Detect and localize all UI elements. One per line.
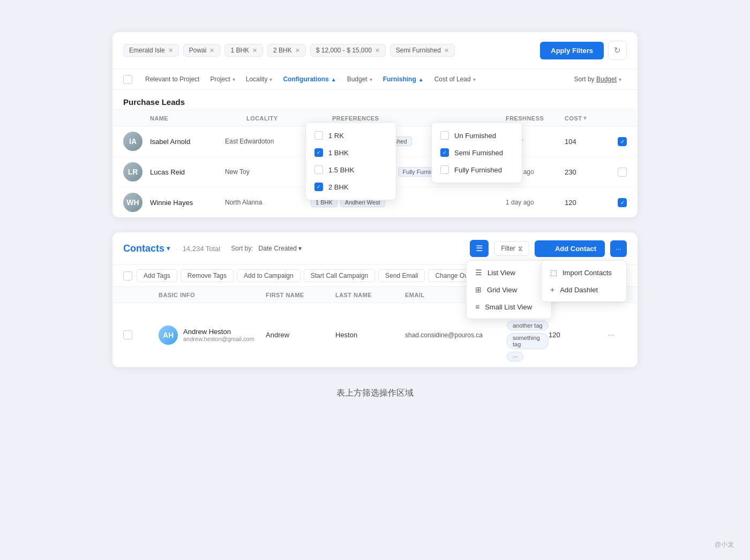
filter-button[interactable]: Filter ⧖ — [494, 241, 529, 256]
config-dropdown-items: 1 RK✓1 BHK1.5 BHK✓2 BHK — [306, 127, 396, 195]
import-menu-label: Import Contacts — [562, 269, 612, 277]
contact-avatar-placeholder: AH — [159, 326, 178, 345]
furnishing-checkbox[interactable]: ✓ — [440, 148, 449, 157]
config-label: 2 BHK — [328, 183, 349, 191]
furnishing-dropdown-item[interactable]: Fully Furnished — [432, 161, 522, 178]
config-dropdown-item[interactable]: 1 RK — [306, 127, 396, 144]
filter-tag-close-budget-icon[interactable]: ✕ — [375, 48, 380, 54]
contact-select-checkbox[interactable] — [123, 330, 132, 339]
add-person-icon: 👤 — [543, 245, 552, 253]
filter-tag-budget: $ 12,000 - $ 15,000✕ — [310, 44, 386, 57]
project-col[interactable]: Project ▾ — [205, 73, 240, 85]
filter-tag-close-emerald-isle-icon[interactable]: ✕ — [168, 48, 173, 54]
select-all-checkbox[interactable] — [123, 75, 132, 84]
row-checkbox[interactable]: ✓ — [618, 137, 627, 146]
th-name: NAME — [150, 115, 246, 122]
filter-tag-label: Powai — [189, 47, 207, 54]
filter-tag-1bhk: 1 BHK✕ — [224, 44, 263, 57]
more-options-button[interactable]: ··· — [610, 240, 627, 257]
filter-tags-container: Emerald Isle✕Powai✕1 BHK✕2 BHK✕$ 12,000 … — [123, 44, 455, 57]
relevant-to-project-col[interactable]: Relevant to Project — [140, 73, 205, 85]
contacts-card: Contacts ▾ · 14,234 Total Sort by: Date … — [112, 232, 638, 367]
import-menu-items: ⬚Import Contacts+Add Dashlet — [542, 264, 626, 298]
view-menu-item[interactable]: ⊞Grid View — [467, 281, 551, 298]
import-menu-label: Add Dashlet — [560, 286, 598, 294]
row-checkbox-cell: ✓ — [608, 198, 627, 207]
contact-first-name: Andrew — [266, 331, 335, 339]
contact-locality: East Edwardoton — [225, 138, 311, 145]
avatar: WH — [123, 193, 145, 212]
avatar-placeholder: WH — [123, 193, 142, 212]
contact-more-button[interactable]: ··· — [608, 330, 627, 340]
refresh-button[interactable]: ↻ — [608, 41, 627, 60]
contact-cost: 120 — [565, 199, 608, 207]
view-menu-items: ☰List View⊞Grid View≡Small List View — [467, 264, 551, 315]
row-checkbox[interactable]: ✓ — [618, 198, 627, 207]
bulk-action-button[interactable]: Remove Tags — [181, 269, 234, 282]
bulk-action-button[interactable]: Add to Campaign — [237, 269, 301, 282]
furnishing-checkbox[interactable] — [440, 131, 449, 140]
select-all-contacts-checkbox[interactable] — [123, 271, 132, 281]
cost-of-lead-col[interactable]: Cost of Lead ▾ — [429, 73, 481, 85]
avatar-placeholder: IA — [123, 132, 142, 151]
contact-locality: North Alanna — [225, 199, 311, 206]
view-menu-item[interactable]: ☰List View — [467, 264, 551, 281]
filter-tag-2bhk: 2 BHK✕ — [267, 44, 306, 57]
filter-tag-close-semi-furnished-icon[interactable]: ✕ — [444, 48, 449, 54]
row-checkbox-cell — [608, 168, 627, 177]
config-label: 1.5 BHK — [328, 166, 354, 174]
filter-tag-close-1bhk-icon[interactable]: ✕ — [252, 48, 257, 54]
budget-chevron-icon: ▾ — [370, 77, 372, 82]
filter-tag-label: $ 12,000 - $ 15,000 — [316, 47, 372, 54]
config-dropdown-item[interactable]: 1.5 BHK — [306, 161, 396, 178]
contacts-title-chevron-icon: ▾ — [167, 245, 170, 252]
configurations-col[interactable]: Configurations ▲ — [278, 73, 341, 85]
configurations-dropdown: 1 RK✓1 BHK1.5 BHK✓2 BHK — [305, 122, 396, 200]
view-menu-label: Small List View — [485, 303, 532, 311]
cth-last-name: LAST NAME — [335, 292, 405, 298]
contact-select-checkbox-cell — [123, 330, 142, 339]
furnishing-col[interactable]: Furnishing ▲ — [378, 73, 429, 85]
import-menu-item[interactable]: +Add Dashlet — [542, 281, 626, 298]
filter-bar: Emerald Isle✕Powai✕1 BHK✕2 BHK✕$ 12,000 … — [112, 32, 638, 69]
sort-value[interactable]: Date Created ▾ — [259, 245, 302, 252]
sort-by-chevron-icon: ▾ — [619, 77, 621, 82]
config-checkbox[interactable]: ✓ — [314, 183, 323, 191]
sort-chevron-icon: ▾ — [298, 245, 302, 252]
furnishing-dropdown-item[interactable]: Un Furnished — [432, 127, 522, 144]
bulk-action-button[interactable]: Start Call Campaign — [304, 269, 375, 282]
row-checkbox[interactable] — [618, 168, 627, 177]
row-checkbox-cell: ✓ — [608, 137, 627, 146]
apply-filters-button[interactable]: Apply Filters — [540, 42, 604, 59]
furnishing-checkbox[interactable] — [440, 165, 449, 174]
filter-tag-powai: Powai✕ — [183, 44, 221, 57]
contact-email-small: andrew.heston@gmail.com — [183, 336, 266, 342]
filter-tag-semi-furnished: Semi Furnished✕ — [390, 44, 455, 57]
contact-basic-info: Andrew Heston andrew.heston@gmail.com — [183, 328, 266, 342]
config-checkbox[interactable] — [314, 165, 323, 174]
sort-by-col[interactable]: Sort by Budget ▾ — [569, 73, 627, 85]
bulk-action-button[interactable]: Add Tags — [137, 269, 177, 282]
contact-locality: New Toy — [225, 168, 311, 176]
config-dropdown-item[interactable]: ✓2 BHK — [306, 178, 396, 195]
view-menu-item[interactable]: ≡Small List View — [467, 298, 551, 315]
filter-tag-close-powai-icon[interactable]: ✕ — [209, 48, 214, 54]
import-menu-item[interactable]: ⬚Import Contacts — [542, 264, 626, 281]
contact-email: shad.considine@pouros.ca — [405, 331, 507, 339]
locality-col[interactable]: Locality ▾ — [241, 73, 278, 85]
furnishing-chevron-icon: ▲ — [418, 77, 424, 82]
add-contact-button[interactable]: 👤 Add Contact — [535, 240, 605, 257]
bulk-action-button[interactable]: Send Email — [378, 269, 425, 282]
contact-name: Isabel Arnold — [150, 138, 225, 146]
filter-tag-emerald-isle: Emerald Isle✕ — [123, 44, 179, 57]
list-view-button[interactable]: ☰ — [470, 240, 489, 257]
contacts-count: 14,234 Total — [183, 245, 221, 253]
config-checkbox[interactable] — [314, 131, 323, 140]
config-dropdown-item[interactable]: ✓1 BHK — [306, 144, 396, 161]
furnishing-dropdown-item[interactable]: ✓Semi Furnished — [432, 144, 522, 161]
avatar: IA — [123, 132, 145, 151]
config-checkbox[interactable]: ✓ — [314, 148, 323, 157]
contact-lead-score: 120 — [549, 331, 608, 339]
filter-tag-close-2bhk-icon[interactable]: ✕ — [295, 48, 300, 54]
budget-col[interactable]: Budget ▾ — [342, 73, 378, 85]
